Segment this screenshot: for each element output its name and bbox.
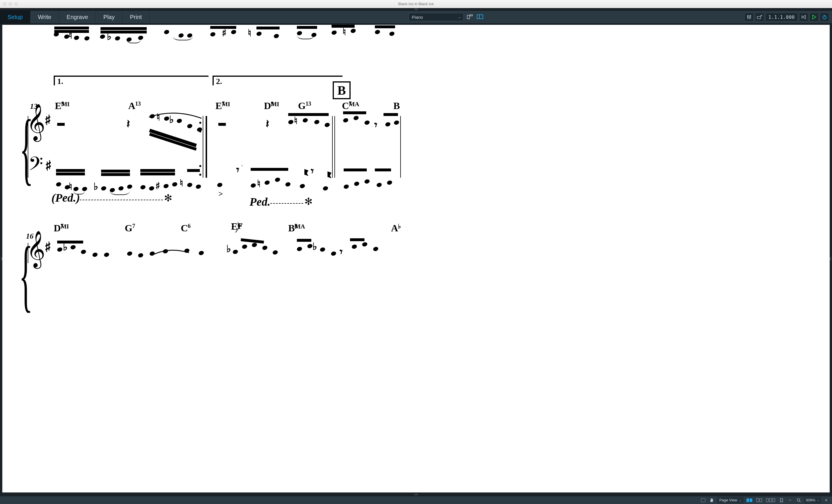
- minimize-dot-icon[interactable]: [9, 2, 12, 6]
- beam: [375, 168, 391, 171]
- svg-rect-9: [701, 499, 705, 502]
- pedal-line: [270, 203, 303, 204]
- view-mode-dropdown[interactable]: Page View ⌄: [717, 497, 744, 503]
- note: [149, 186, 155, 191]
- note: [195, 184, 201, 190]
- pedal-continuation: (Ped.): [51, 191, 80, 204]
- half-rest: [218, 123, 226, 126]
- note: [163, 184, 169, 189]
- system-3-treble-staff: [28, 243, 830, 261]
- barline: [400, 116, 401, 178]
- zoom-dropdown[interactable]: 309% ⌄: [804, 497, 821, 503]
- key-signature-sharp: ♯: [45, 112, 51, 128]
- note: [389, 31, 395, 37]
- note: [274, 177, 280, 183]
- system-1-treble-staff: [28, 25, 830, 27]
- page-arrangement-settings-button[interactable]: [778, 497, 785, 503]
- note: [216, 182, 223, 188]
- beam: [256, 27, 280, 29]
- hand-tool-button[interactable]: [708, 497, 715, 503]
- bass-clef-icon: 𝄢: [28, 159, 43, 173]
- beam: [251, 168, 288, 171]
- key-signature-sharp: ♯: [45, 158, 52, 174]
- zoom-tool-button[interactable]: [795, 497, 802, 503]
- note: [99, 34, 105, 39]
- note: [374, 29, 380, 35]
- layout-tabs-button[interactable]: [466, 13, 474, 21]
- marquee-icon: [701, 498, 705, 502]
- note: [127, 184, 133, 190]
- instrument-dropdown-label: Piano: [412, 15, 423, 20]
- chord-bbma9: B♭MA9: [288, 223, 294, 234]
- beam: [288, 113, 329, 116]
- page-arrangement-spreads-button[interactable]: [745, 497, 753, 503]
- chevron-down-icon: ⌄: [817, 499, 819, 502]
- hand-icon: [709, 498, 714, 503]
- mode-tab-print[interactable]: Print: [123, 11, 150, 23]
- beam: [187, 169, 200, 172]
- marquee-tool-button[interactable]: [700, 497, 707, 503]
- chord-cma7: CMA7: [342, 101, 349, 111]
- instrument-dropdown[interactable]: Piano ⌄: [409, 13, 464, 21]
- barline: [332, 116, 333, 178]
- beam: [101, 170, 130, 172]
- sharp-accidental: ♯: [222, 27, 227, 39]
- pedal-release-icon: ✻: [164, 192, 172, 204]
- note: [364, 179, 370, 184]
- mode-tab-engrave[interactable]: Engrave: [59, 11, 96, 23]
- page-arrangement-vertical-button[interactable]: [765, 497, 776, 503]
- panel-handle-bottom[interactable]: [0, 494, 832, 496]
- svg-point-6: [750, 15, 751, 17]
- rewind-button[interactable]: [799, 13, 808, 21]
- chord-g13: G13: [298, 101, 306, 111]
- note: [285, 182, 291, 187]
- note: [386, 180, 392, 186]
- play-button[interactable]: [809, 13, 819, 21]
- chord-dmi7: DMI7: [54, 223, 61, 234]
- zoom-in-button[interactable]: +: [823, 497, 830, 503]
- beam: [344, 168, 367, 171]
- note: [322, 186, 328, 191]
- beam: [57, 241, 83, 244]
- score-page[interactable]: ♮ ♭ ♯ ♮ ♮ 1. 2. B 13 EMI9 A13 EMI7 DMI9 …: [2, 25, 830, 493]
- audio-engine-power-button[interactable]: [820, 13, 829, 21]
- transport-window-button[interactable]: [755, 13, 764, 21]
- note: [264, 180, 270, 186]
- layout-counterpart-button[interactable]: [476, 13, 484, 21]
- close-dot-icon[interactable]: [3, 2, 6, 6]
- transport-position: 1.1.1.000: [765, 13, 798, 21]
- note: [256, 31, 262, 37]
- vertical-pages-icon: [766, 499, 775, 502]
- chord-ab: A♭: [391, 223, 398, 234]
- panel-handle-top[interactable]: [0, 8, 832, 10]
- mode-tab-write[interactable]: Write: [30, 11, 59, 23]
- chord-ebf: E♭⁄F: [231, 221, 237, 232]
- score-area[interactable]: ♮ ♭ ♯ ♮ ♮ 1. 2. B 13 EMI9 A13 EMI7 DMI9 …: [0, 24, 832, 494]
- pedal-mark: Ped.: [250, 195, 270, 208]
- page-arrangement-single-button[interactable]: [755, 497, 763, 503]
- chevron-up-icon: [414, 494, 418, 496]
- window-title: Black Ice in Black Ice: [0, 2, 832, 6]
- note: [186, 182, 192, 188]
- mode-tab-setup[interactable]: Setup: [0, 11, 30, 23]
- mode-tab-play[interactable]: Play: [96, 11, 123, 23]
- note: [163, 29, 170, 35]
- natural-accidental: ♮: [248, 27, 251, 39]
- note: [118, 186, 124, 191]
- mixer-button[interactable]: [745, 13, 754, 21]
- note: [84, 36, 90, 41]
- natural-accidental: ♮: [294, 115, 297, 127]
- svg-rect-3: [477, 15, 479, 19]
- beam: [101, 27, 147, 30]
- volta-2: 2.: [212, 76, 342, 85]
- zoom-out-button[interactable]: −: [787, 497, 794, 503]
- chord-b: B: [393, 101, 400, 111]
- beam: [54, 27, 89, 29]
- volta-1: 1.: [54, 76, 208, 85]
- half-rest: [57, 123, 65, 126]
- maximize-dot-icon[interactable]: [15, 2, 18, 6]
- beam: [140, 172, 175, 175]
- treble-clef-icon: 𝄞: [27, 237, 45, 261]
- svg-rect-2: [477, 15, 483, 19]
- beam: [384, 113, 398, 116]
